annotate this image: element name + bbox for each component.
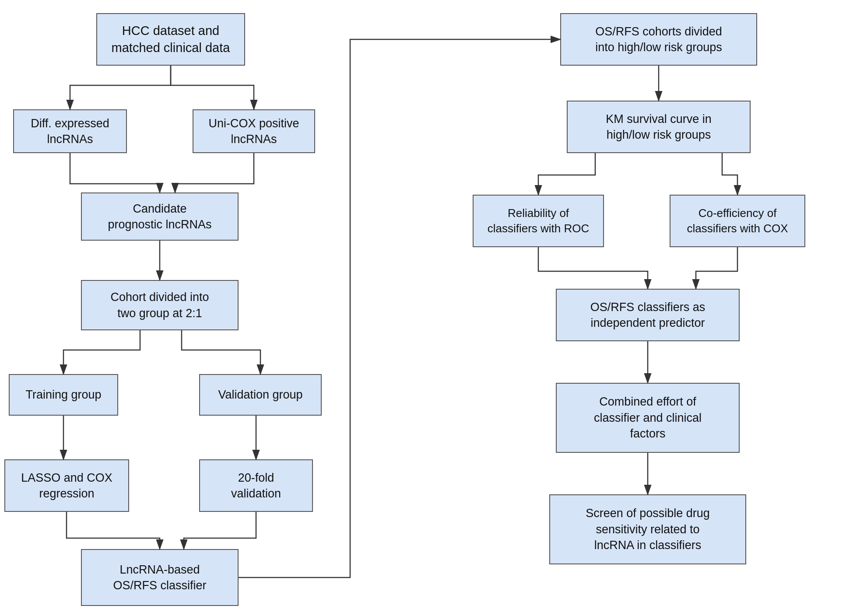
hcc-box: HCC dataset andmatched clinical data bbox=[96, 13, 245, 66]
cohort-box: Cohort divided intotwo group at 2:1 bbox=[81, 280, 239, 330]
twentyfold-box: 20-foldvalidation bbox=[199, 459, 313, 512]
screen-box: Screen of possible drugsensitivity relat… bbox=[549, 494, 746, 564]
osrfs-divide-box: OS/RFS cohorts dividedinto high/low risk… bbox=[560, 13, 757, 66]
flowchart-diagram: HCC dataset andmatched clinical data Dif… bbox=[0, 0, 860, 616]
training-box: Training group bbox=[9, 374, 118, 416]
lasso-box: LASSO and COXregression bbox=[4, 459, 129, 512]
km-box: KM survival curve inhigh/low risk groups bbox=[567, 101, 751, 153]
lncrna-box: LncRNA-basedOS/RFS classifier bbox=[81, 549, 239, 606]
diff-box: Diff. expressedlncRNAs bbox=[13, 109, 127, 153]
independent-box: OS/RFS classifiers asindependent predict… bbox=[556, 289, 740, 341]
validation-box: Validation group bbox=[199, 374, 322, 416]
candidate-box: Candidateprognostic lncRNAs bbox=[81, 192, 239, 241]
unicox-box: Uni-COX positivelncRNAs bbox=[193, 109, 315, 153]
coeff-box: Co-efficiency ofclassifiers with COX bbox=[670, 195, 805, 247]
combined-box: Combined effort ofclassifier and clinica… bbox=[556, 383, 740, 453]
reliability-box: Reliability ofclassifiers with ROC bbox=[473, 195, 604, 247]
